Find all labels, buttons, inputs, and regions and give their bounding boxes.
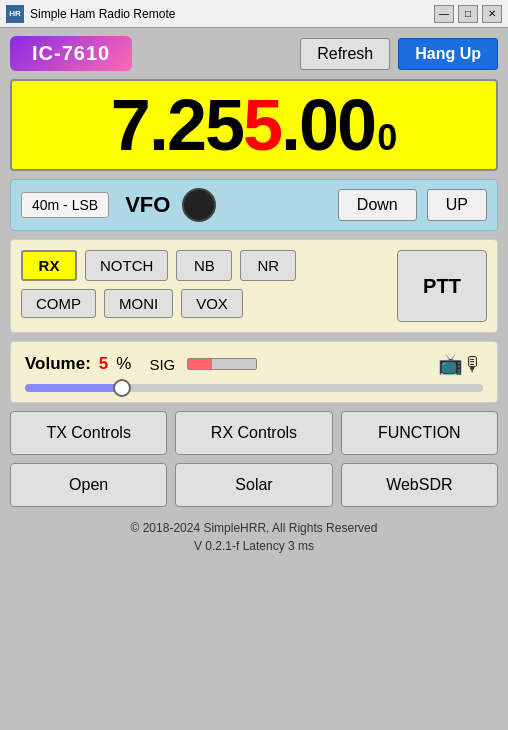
speaker-icon: 📺🎙	[438, 352, 483, 376]
ptt-area: PTT	[397, 250, 487, 322]
btn-row2: Open Solar WebSDR	[10, 463, 498, 507]
volume-row: Volume: 5 % SIG 📺🎙	[10, 341, 498, 403]
vfo-knob[interactable]	[182, 188, 216, 222]
sig-bar-container	[183, 358, 430, 370]
nb-button[interactable]: NB	[176, 250, 232, 281]
refresh-button[interactable]: Refresh	[300, 38, 390, 70]
btn-row1: TX Controls RX Controls FUNCTION	[10, 411, 498, 455]
volume-pct: %	[116, 354, 131, 374]
volume-top: Volume: 5 % SIG 📺🎙	[25, 352, 483, 376]
hang-up-button[interactable]: Hang Up	[398, 38, 498, 70]
dsp-row2: COMP MONI VOX	[21, 289, 387, 318]
open-button[interactable]: Open	[10, 463, 167, 507]
sig-label: SIG	[149, 356, 175, 373]
nr-button[interactable]: NR	[240, 250, 296, 281]
freq-part3: .00	[281, 85, 375, 165]
sig-bar	[187, 358, 257, 370]
solar-button[interactable]: Solar	[175, 463, 332, 507]
comp-button[interactable]: COMP	[21, 289, 96, 318]
main-content: IC-7610 Refresh Hang Up 7.255.00 0 40m -…	[0, 28, 508, 730]
top-buttons: Refresh Hang Up	[300, 38, 498, 70]
frequency-main: 7.255.00	[111, 89, 375, 161]
vox-button[interactable]: VOX	[181, 289, 243, 318]
band-mode-label: 40m - LSB	[21, 192, 109, 218]
dsp-row1: RX NOTCH NB NR	[21, 250, 387, 281]
maximize-button[interactable]: □	[458, 5, 478, 23]
notch-button[interactable]: NOTCH	[85, 250, 168, 281]
volume-slider-row	[25, 384, 483, 392]
freq-part2: 5	[243, 85, 281, 165]
frequency-sub: 0	[377, 117, 397, 159]
close-button[interactable]: ✕	[482, 5, 502, 23]
frequency-display: 7.255.00 0	[10, 79, 498, 171]
minimize-button[interactable]: —	[434, 5, 454, 23]
volume-label: Volume:	[25, 354, 91, 374]
top-row: IC-7610 Refresh Hang Up	[10, 36, 498, 71]
websdr-button[interactable]: WebSDR	[341, 463, 498, 507]
up-button[interactable]: UP	[427, 189, 487, 221]
dsp-panel: RX NOTCH NB NR COMP MONI VOX PTT	[10, 239, 498, 333]
title-bar: HR Simple Ham Radio Remote — □ ✕	[0, 0, 508, 28]
volume-slider[interactable]	[25, 384, 483, 392]
footer-line2: V 0.2.1-f Latency 3 ms	[10, 537, 498, 555]
freq-part1: 7.25	[111, 85, 243, 165]
radio-model-label: IC-7610	[10, 36, 132, 71]
footer: © 2018-2024 SimpleHRR, All Rights Reserv…	[10, 515, 498, 561]
moni-button[interactable]: MONI	[104, 289, 173, 318]
function-button[interactable]: FUNCTION	[341, 411, 498, 455]
app-icon: HR	[6, 5, 24, 23]
dsp-buttons: RX NOTCH NB NR COMP MONI VOX	[21, 250, 387, 322]
rx-controls-button[interactable]: RX Controls	[175, 411, 332, 455]
icon-text: HR	[9, 9, 21, 18]
vfo-label: VFO	[125, 192, 170, 218]
volume-value: 5	[99, 354, 108, 374]
window-title: Simple Ham Radio Remote	[30, 7, 434, 21]
rx-button[interactable]: RX	[21, 250, 77, 281]
window-controls: — □ ✕	[434, 5, 502, 23]
bottom-buttons: TX Controls RX Controls FUNCTION Open So…	[10, 411, 498, 507]
footer-line1: © 2018-2024 SimpleHRR, All Rights Reserv…	[10, 519, 498, 537]
down-button[interactable]: Down	[338, 189, 417, 221]
tx-controls-button[interactable]: TX Controls	[10, 411, 167, 455]
ptt-button[interactable]: PTT	[397, 250, 487, 322]
vfo-row: 40m - LSB VFO Down UP	[10, 179, 498, 231]
